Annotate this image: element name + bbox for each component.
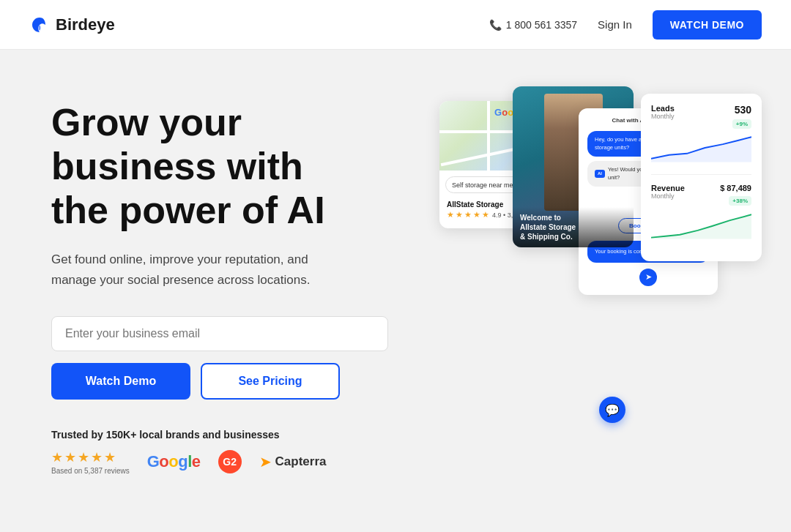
photo-label: Welcome to Allstate Storage & Shipping C… [520,213,626,241]
right-content: Google Self storage near me 🔍 AllState S… [439,86,762,467]
leads-value: 530 [732,104,751,116]
leads-badge: +9% [732,119,751,129]
leads-metric: Leads Monthly 530 +9% [651,104,751,162]
leads-title: Leads [651,104,675,113]
star-3: ★ [78,449,89,465]
heading-line3: the power of AI [51,189,325,231]
main-section: Grow your business with the power of AI … [0,50,791,532]
revenue-value: $ 87,489 [720,184,751,192]
stars-block: ★ ★ ★ ★ ★ Based on 5,387 reviews [51,449,130,475]
revenue-header: Revenue Monthly $ 87,489 +38% [651,184,751,206]
revenue-badge: +38% [729,196,751,206]
revenue-value-group: $ 87,489 +38% [720,184,751,206]
chat-fab-icon: 💬 [605,403,620,417]
g2-text: G2 [223,456,237,468]
heading-line2: business with [51,145,303,187]
watch-demo-button[interactable]: Watch Demo [51,363,190,400]
photo-label-line2: Allstate Storage [520,223,576,231]
revenue-period: Monthly [651,192,685,200]
leads-value-group: 530 +9% [732,104,751,129]
g2-logo: G2 [218,450,242,473]
star-rating: ★ ★ ★ ★ ★ [51,449,130,465]
left-content: Grow your business with the power of AI … [51,94,410,475]
ai-badge: AI [595,170,605,177]
leads-period: Monthly [651,113,675,120]
photo-label-line3: & Shipping Co. [520,233,573,241]
photo-overlay: Welcome to Allstate Storage & Shipping C… [513,207,634,247]
header: Birdeye 📞 1 800 561 3357 Sign In WATCH D… [0,0,791,50]
revenue-title-group: Revenue Monthly [651,184,685,200]
biz-star-2: ★ [456,210,463,220]
logo-area: Birdeye [29,15,115,35]
send-icon: ➤ [645,272,652,282]
revenue-metric: Revenue Monthly $ 87,489 +38% [651,184,751,239]
map-road-vertical [487,101,490,171]
photo-label-line1: Welcome to [520,214,561,222]
email-input-wrapper [51,316,388,351]
see-pricing-button[interactable]: See Pricing [201,363,340,400]
trusted-section: Trusted by 150K+ local brands and busine… [51,429,410,475]
sign-in-button[interactable]: Sign In [598,18,632,31]
biz-star-3: ★ [464,210,472,220]
send-button[interactable]: ➤ [639,269,657,286]
trusted-text: Trusted by 150K+ local brands and busine… [51,429,410,441]
star-4: ★ [91,449,103,465]
biz-star-5: ★ [482,210,489,220]
leads-chart [651,133,751,162]
capterra-icon: ➤ [259,453,272,471]
star-2: ★ [64,449,76,465]
hero-heading: Grow your business with the power of AI [51,101,410,232]
logo-text: Birdeye [56,15,115,34]
analytics-card: Leads Monthly 530 +9% [641,94,762,261]
star-1: ★ [51,449,63,465]
logos-row: ★ ★ ★ ★ ★ Based on 5,387 reviews Google … [51,449,410,475]
birdeye-logo-icon [29,15,50,35]
cta-buttons: Watch Demo See Pricing [51,363,410,400]
leads-header: Leads Monthly 530 +9% [651,104,751,129]
revenue-title: Revenue [651,184,685,192]
email-input[interactable] [65,327,374,340]
star-5: ★ [104,449,116,465]
metric-divider [651,174,751,175]
biz-star-1: ★ [447,210,454,220]
biz-star-4: ★ [473,210,480,220]
hero-subtext: Get found online, improve your reputatio… [51,250,330,289]
capterra-text: Capterra [275,454,327,469]
birdeye-chat-fab[interactable]: 💬 [599,397,625,423]
google-logo: Google [147,452,201,471]
heading-line1: Grow your [51,101,242,143]
header-right: 📞 1 800 561 3357 Sign In WATCH DEMO [489,10,762,40]
phone-number: 1 800 561 3357 [506,19,577,31]
phone-area: 📞 1 800 561 3357 [489,19,577,31]
watch-demo-header-button[interactable]: WATCH DEMO [653,10,762,40]
reviews-count: Based on 5,387 reviews [51,467,130,475]
phone-icon: 📞 [489,19,502,31]
leads-title-group: Leads Monthly [651,104,675,120]
capterra-logo: ➤ Capterra [259,453,327,471]
revenue-chart [651,210,751,239]
